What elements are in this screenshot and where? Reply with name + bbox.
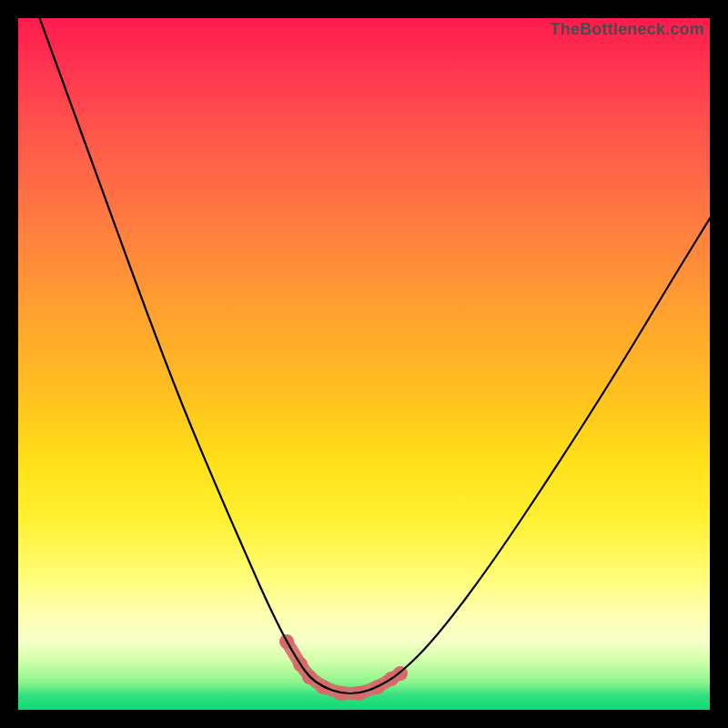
trough-dots [279, 634, 408, 701]
chart-frame: TheBottleneck.com [0, 0, 728, 728]
chart-svg [18, 18, 710, 710]
plot-area: TheBottleneck.com [18, 18, 710, 710]
bottleneck-curve [36, 18, 710, 693]
